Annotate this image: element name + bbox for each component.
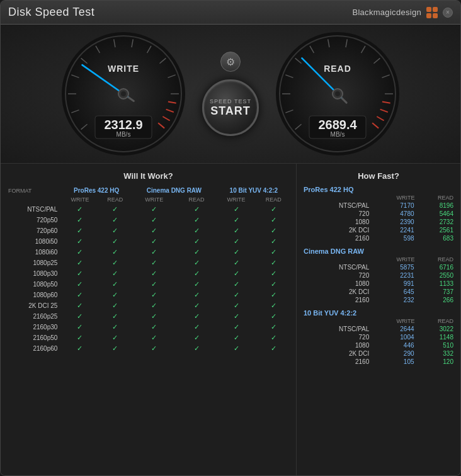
brand-dot-1 bbox=[426, 7, 431, 12]
svg-text:MB/s: MB/s bbox=[331, 131, 345, 138]
app-window: Disk Speed Test Blackmagicdesign × bbox=[0, 0, 461, 476]
check-cell: ✓ bbox=[132, 268, 176, 279]
table-row: 2160p30✓✓✓✓✓✓ bbox=[6, 322, 291, 332]
write-value: 4780 bbox=[373, 210, 416, 218]
check-cell: ✓ bbox=[176, 204, 216, 215]
data-row: 108023902732 bbox=[302, 218, 455, 226]
check-cell: ✓ bbox=[99, 247, 132, 258]
check-icon: ✓ bbox=[234, 291, 239, 298]
check-icon: ✓ bbox=[234, 259, 239, 266]
table-row: 1080i60✓✓✓✓✓✓ bbox=[6, 247, 291, 258]
read-value: 332 bbox=[417, 349, 455, 358]
check-icon: ✓ bbox=[151, 312, 157, 320]
check-cell: ✓ bbox=[256, 225, 291, 236]
row-label: 720p50 bbox=[6, 215, 61, 225]
check-cell: ✓ bbox=[176, 290, 216, 300]
table-row: 1080p25✓✓✓✓✓✓ bbox=[6, 258, 291, 268]
settings-button[interactable]: ⚙ bbox=[220, 52, 241, 72]
check-cell: ✓ bbox=[61, 311, 98, 322]
read-value: 6716 bbox=[417, 263, 455, 271]
row-label: NTSC/PAL bbox=[302, 201, 373, 210]
check-icon: ✓ bbox=[271, 312, 276, 320]
close-button[interactable]: × bbox=[443, 8, 453, 18]
check-cell: ✓ bbox=[256, 258, 291, 268]
check-icon: ✓ bbox=[194, 269, 200, 277]
gauge-section: WRITE 2312.9 MB/s ⚙ SPEED TEST START bbox=[1, 25, 460, 163]
check-icon: ✓ bbox=[234, 227, 239, 234]
data-row: 2160105120 bbox=[302, 358, 455, 366]
check-icon: ✓ bbox=[271, 291, 276, 298]
read-value: 5464 bbox=[417, 210, 455, 218]
check-cell: ✓ bbox=[256, 215, 291, 225]
check-cell: ✓ bbox=[132, 343, 176, 354]
check-icon: ✓ bbox=[271, 227, 276, 234]
data-row: NTSC/PAL58756716 bbox=[302, 263, 455, 271]
prores-header: ProRes 422 HQ bbox=[61, 186, 132, 195]
row-label: 1080 bbox=[302, 280, 373, 288]
write-value: 7170 bbox=[373, 201, 416, 210]
center-controls: ⚙ SPEED TEST START bbox=[186, 52, 275, 136]
check-icon: ✓ bbox=[151, 248, 157, 256]
check-cell: ✓ bbox=[132, 204, 176, 215]
check-icon: ✓ bbox=[112, 248, 118, 256]
data-row: 2160598683 bbox=[302, 234, 455, 242]
check-icon: ✓ bbox=[151, 216, 157, 224]
table-row: 2160p50✓✓✓✓✓✓ bbox=[6, 332, 291, 343]
check-cell: ✓ bbox=[176, 225, 216, 236]
table-row: 2K DCI 25✓✓✓✓✓✓ bbox=[6, 300, 291, 311]
check-icon: ✓ bbox=[112, 259, 118, 266]
column-header-row: WRITEREAD bbox=[302, 317, 455, 325]
wiw-sub-read-1: READ bbox=[99, 195, 132, 204]
write-gauge: WRITE 2312.9 MB/s bbox=[60, 31, 186, 157]
row-label: 1080i50 bbox=[6, 236, 61, 247]
check-cell: ✓ bbox=[99, 258, 132, 268]
check-icon: ✓ bbox=[234, 334, 239, 341]
check-cell: ✓ bbox=[217, 268, 256, 279]
gear-icon: ⚙ bbox=[226, 56, 235, 68]
check-cell: ✓ bbox=[132, 300, 176, 311]
check-cell: ✓ bbox=[132, 236, 176, 247]
check-icon: ✓ bbox=[151, 237, 157, 245]
check-cell: ✓ bbox=[217, 215, 256, 225]
check-cell: ✓ bbox=[61, 247, 98, 258]
check-icon: ✓ bbox=[151, 334, 157, 341]
write-value: 645 bbox=[373, 288, 416, 296]
check-cell: ✓ bbox=[176, 268, 216, 279]
check-icon: ✓ bbox=[77, 323, 83, 331]
start-label: START bbox=[210, 105, 251, 118]
check-icon: ✓ bbox=[112, 302, 118, 309]
column-header-row: WRITEREAD bbox=[302, 256, 455, 263]
svg-point-21 bbox=[121, 91, 126, 96]
row-label: NTSC/PAL bbox=[302, 263, 373, 271]
row-label: NTSC/PAL bbox=[302, 325, 373, 333]
group-header-row: ProRes 422 HQ bbox=[302, 186, 455, 194]
check-cell: ✓ bbox=[217, 300, 256, 311]
wiw-sub-write-3: WRITE bbox=[217, 195, 256, 204]
write-value: 232 bbox=[373, 296, 416, 304]
dng-header: Cinema DNG RAW bbox=[132, 186, 217, 195]
data-row: NTSC/PAL26443022 bbox=[302, 325, 455, 333]
check-icon: ✓ bbox=[271, 280, 276, 288]
check-icon: ✓ bbox=[271, 344, 276, 352]
wiw-sub-read-3: READ bbox=[256, 195, 291, 204]
group-header-row: 10 Bit YUV 4:2:2 bbox=[302, 304, 455, 317]
check-icon: ✓ bbox=[77, 344, 83, 352]
start-button[interactable]: SPEED TEST START bbox=[202, 79, 259, 136]
data-row: 72010041148 bbox=[302, 333, 455, 341]
check-cell: ✓ bbox=[61, 236, 98, 247]
read-value: 683 bbox=[417, 234, 455, 242]
row-label: 2160p60 bbox=[6, 343, 61, 354]
check-cell: ✓ bbox=[176, 332, 216, 343]
check-icon: ✓ bbox=[234, 237, 239, 245]
check-icon: ✓ bbox=[271, 302, 276, 309]
check-icon: ✓ bbox=[194, 312, 200, 320]
wiw-sub-read-2: READ bbox=[176, 195, 216, 204]
check-icon: ✓ bbox=[151, 259, 157, 266]
check-cell: ✓ bbox=[256, 279, 291, 290]
check-cell: ✓ bbox=[132, 311, 176, 322]
check-icon: ✓ bbox=[77, 259, 83, 266]
brand-name: Blackmagicdesign bbox=[352, 8, 421, 17]
check-icon: ✓ bbox=[151, 227, 157, 234]
check-icon: ✓ bbox=[271, 237, 276, 245]
write-value: 2231 bbox=[373, 271, 416, 280]
